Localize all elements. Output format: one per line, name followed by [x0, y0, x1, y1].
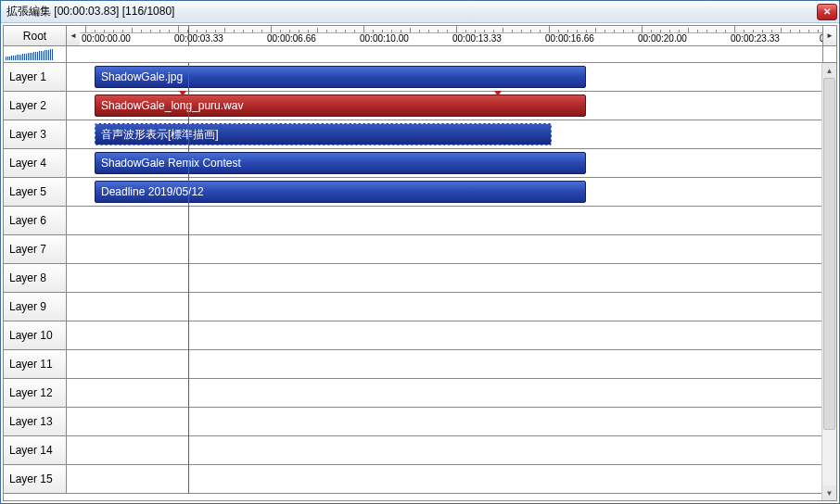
- window-title: 拡張編集 [00:00:03.83] [116/1080]: [6, 4, 817, 19]
- timeline-clip[interactable]: ShadowGale.jpg: [95, 66, 586, 88]
- layer-label[interactable]: Layer 15: [4, 465, 67, 493]
- track-area[interactable]: ShadowGale.jpg: [67, 63, 836, 91]
- ruler-label: 00:00:16.66: [545, 33, 594, 44]
- content: Root ◄ 00:00:00.0000:00:03.3300:00:06.66…: [3, 25, 837, 501]
- zoom-spacer: [67, 46, 823, 63]
- layer-row: Layer 2ShadowGale_long_puru.wav: [4, 92, 836, 120]
- ruler-label: 00:00:13.33: [452, 33, 502, 44]
- scroll-thumb[interactable]: [823, 78, 835, 430]
- ruler-label: 00:00:20.00: [638, 33, 687, 44]
- track-area[interactable]: [67, 350, 836, 378]
- time-ruler[interactable]: 00:00:00.0000:00:03.3300:00:06.6600:00:1…: [80, 26, 823, 45]
- ruler-label: 00:00:23.33: [731, 33, 780, 44]
- layer-row: Layer 12: [4, 379, 836, 408]
- layer-row: Layer 9: [4, 293, 836, 321]
- clip-marker-icon[interactable]: [494, 91, 502, 96]
- vertical-scrollbar[interactable]: ▲ ▼: [821, 63, 836, 500]
- layer-row: Layer 1ShadowGale.jpg: [4, 63, 836, 92]
- close-button[interactable]: ✕: [817, 4, 837, 20]
- tracks-viewport[interactable]: Layer 1ShadowGale.jpgLayer 2ShadowGale_l…: [4, 63, 836, 500]
- track-area[interactable]: [67, 293, 836, 321]
- track-area[interactable]: ShadowGale_long_puru.wav: [67, 92, 836, 120]
- timeline-clip[interactable]: Deadline 2019/05/12: [95, 181, 586, 203]
- zoom-spacer-right: [823, 46, 836, 63]
- root-button[interactable]: Root: [4, 26, 67, 45]
- track-area[interactable]: [67, 235, 836, 263]
- ruler-label: 00:00:10.00: [360, 33, 409, 44]
- scroll-up-button[interactable]: ▲: [822, 63, 836, 78]
- layer-label[interactable]: Layer 12: [4, 379, 67, 407]
- layer-label[interactable]: Layer 11: [4, 350, 67, 378]
- track-area[interactable]: [67, 264, 836, 292]
- track-area[interactable]: ShadowGale Remix Contest: [67, 149, 836, 177]
- layer-label[interactable]: Layer 8: [4, 264, 67, 292]
- layer-label[interactable]: Layer 3: [4, 120, 67, 148]
- layer-row: Layer 8: [4, 264, 836, 293]
- clip-marker-icon[interactable]: [179, 91, 186, 96]
- layer-row: Layer 4ShadowGale Remix Contest: [4, 149, 836, 178]
- layer-label[interactable]: Layer 10: [4, 321, 67, 349]
- titlebar[interactable]: 拡張編集 [00:00:03.83] [116/1080] ✕: [1, 1, 839, 23]
- ruler-label: 00:00:00.00: [82, 33, 131, 44]
- layer-row: Layer 11: [4, 350, 836, 379]
- track-area[interactable]: [67, 321, 836, 349]
- track-area[interactable]: [67, 465, 836, 493]
- layer-label[interactable]: Layer 4: [4, 149, 67, 177]
- track-area[interactable]: Deadline 2019/05/12: [67, 178, 836, 206]
- timeline-clip[interactable]: 音声波形表示[標準描画]: [95, 123, 552, 145]
- layer-label[interactable]: Layer 14: [4, 436, 67, 464]
- layer-row: Layer 3音声波形表示[標準描画]: [4, 120, 836, 149]
- layer-label[interactable]: Layer 13: [4, 408, 67, 435]
- layer-row: Layer 13: [4, 408, 836, 436]
- layer-label[interactable]: Layer 5: [4, 178, 67, 206]
- layer-label[interactable]: Layer 9: [4, 293, 67, 321]
- track-area[interactable]: [67, 436, 836, 464]
- ruler-scroll-left[interactable]: ◄: [67, 26, 80, 45]
- ruler-label: 00:00:03.33: [174, 33, 223, 44]
- layer-row: Layer 10: [4, 321, 836, 350]
- ruler-label: 0: [820, 33, 823, 44]
- track-area[interactable]: 音声波形表示[標準描画]: [67, 120, 836, 148]
- timeline-clip[interactable]: ShadowGale_long_puru.wav: [95, 94, 586, 117]
- layer-row: Layer 6: [4, 207, 836, 235]
- track-area[interactable]: [67, 207, 836, 234]
- ruler-scroll-right[interactable]: ►: [823, 26, 836, 45]
- timeline-clip[interactable]: ShadowGale Remix Contest: [95, 152, 586, 174]
- scroll-down-button[interactable]: ▼: [822, 485, 836, 500]
- layer-label[interactable]: Layer 7: [4, 235, 67, 263]
- layer-label[interactable]: Layer 6: [4, 207, 67, 234]
- playhead-marker: [188, 26, 189, 45]
- layer-row: Layer 15: [4, 465, 836, 494]
- layer-row: Layer 7: [4, 235, 836, 264]
- zoom-row: [4, 46, 836, 63]
- layer-label[interactable]: Layer 1: [4, 63, 67, 91]
- layer-label[interactable]: Layer 2: [4, 92, 67, 120]
- timeline-window: 拡張編集 [00:00:03.83] [116/1080] ✕ Root ◄ 0…: [0, 0, 840, 504]
- ruler-label: 00:00:06.66: [267, 33, 316, 44]
- zoom-indicator[interactable]: [4, 46, 67, 63]
- track-area[interactable]: [67, 379, 836, 407]
- track-area[interactable]: [67, 408, 836, 435]
- layer-row: Layer 5Deadline 2019/05/12: [4, 178, 836, 207]
- header-row: Root ◄ 00:00:00.0000:00:03.3300:00:06.66…: [4, 26, 836, 46]
- layer-row: Layer 14: [4, 436, 836, 465]
